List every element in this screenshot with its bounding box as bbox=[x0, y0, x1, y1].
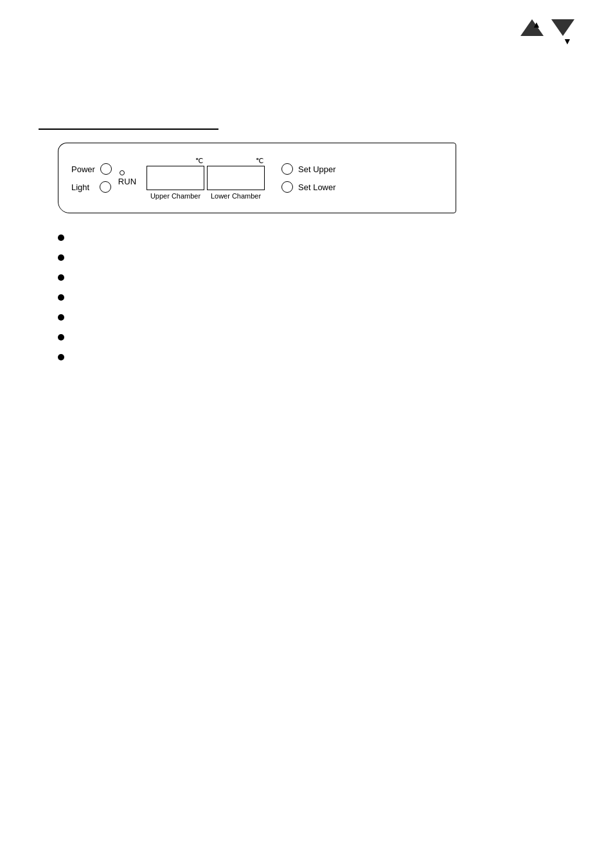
displays-area: ℃ ℃ Upper Chamber Lower Chamber bbox=[147, 157, 265, 200]
bullet-dot-1 bbox=[58, 235, 64, 241]
nav-up-arrow[interactable]: ▲ bbox=[520, 19, 544, 36]
run-text: RUN bbox=[118, 177, 136, 186]
bullet-item-4 bbox=[58, 292, 574, 301]
set-upper-label: Set Upper bbox=[298, 164, 336, 174]
lower-chamber-label: Lower Chamber bbox=[207, 192, 265, 200]
power-row: Power bbox=[71, 163, 112, 175]
run-label-area: RUN bbox=[118, 170, 136, 186]
set-lower-row: Set Lower bbox=[281, 181, 336, 193]
lower-chamber-box-wrapper: ℃ bbox=[207, 157, 265, 190]
bullet-dot-4 bbox=[58, 294, 64, 301]
run-dot bbox=[120, 170, 125, 175]
set-upper-row: Set Upper bbox=[281, 163, 336, 175]
page-container: ▲ ▼ Power Light RUN bbox=[0, 0, 613, 868]
upper-chamber-display bbox=[147, 166, 204, 190]
set-upper-indicator bbox=[281, 163, 293, 175]
control-panel-diagram: Power Light RUN ℃ bbox=[58, 143, 456, 213]
power-label: Power bbox=[71, 164, 95, 174]
light-label: Light bbox=[71, 182, 94, 192]
bullet-item-6 bbox=[58, 332, 574, 341]
right-controls: Set Upper Set Lower bbox=[281, 163, 336, 193]
bullet-dot-6 bbox=[58, 334, 64, 341]
bullet-dot-2 bbox=[58, 254, 64, 261]
light-row: Light bbox=[71, 181, 112, 193]
chamber-labels: Upper Chamber Lower Chamber bbox=[147, 192, 265, 200]
bullet-dot-5 bbox=[58, 314, 64, 321]
lower-chamber-display bbox=[207, 166, 265, 190]
bullet-item-3 bbox=[58, 272, 574, 281]
display-boxes: ℃ ℃ bbox=[147, 157, 265, 190]
section-heading bbox=[39, 128, 574, 130]
upper-celsius-label: ℃ bbox=[195, 157, 203, 165]
upper-chamber-box-wrapper: ℃ bbox=[147, 157, 204, 190]
heading-underline bbox=[39, 128, 218, 130]
set-lower-label: Set Lower bbox=[298, 182, 336, 192]
bullet-section bbox=[58, 233, 574, 360]
light-indicator bbox=[100, 181, 111, 193]
upper-chamber-label: Upper Chamber bbox=[147, 192, 204, 200]
bullet-item-2 bbox=[58, 252, 574, 261]
bullet-item-5 bbox=[58, 312, 574, 321]
bullet-dot-7 bbox=[58, 354, 64, 360]
power-indicator bbox=[100, 163, 112, 175]
nav-down-arrow[interactable]: ▼ bbox=[551, 19, 574, 36]
bullet-item-1 bbox=[58, 233, 574, 241]
lower-celsius-label: ℃ bbox=[256, 157, 263, 165]
bullet-item-7 bbox=[58, 352, 574, 360]
set-lower-indicator bbox=[281, 181, 293, 193]
left-labels: Power Light bbox=[71, 163, 112, 193]
nav-arrows: ▲ ▼ bbox=[520, 19, 574, 36]
bullet-dot-3 bbox=[58, 274, 64, 281]
